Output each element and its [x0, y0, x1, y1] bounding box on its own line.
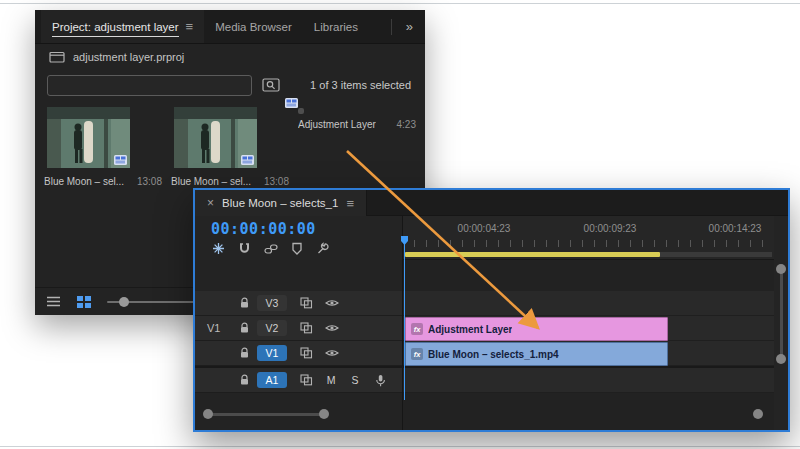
track-header-v3: V3 [195, 291, 402, 316]
horizontal-zoom-scrollbar[interactable] [203, 409, 763, 420]
scrollbar-handle[interactable] [203, 409, 213, 419]
page-rule-bottom [0, 446, 800, 447]
tab-media-browser-label: Media Browser [215, 21, 292, 33]
sync-lock-icon[interactable] [300, 297, 313, 309]
horizontal-scrollbar-thumb[interactable] [207, 413, 325, 416]
search-input[interactable] [47, 75, 252, 96]
timeline-settings-wrench-icon[interactable] [316, 242, 329, 255]
panel-menu-icon[interactable]: ≡ [346, 196, 354, 211]
tab-sequence[interactable]: × Blue Moon – selects_1 ≡ [195, 190, 367, 216]
list-item: Blue Moon – sel... 13:08 [44, 104, 165, 187]
clip-duration: 13:08 [264, 176, 289, 187]
tab-bar-divider [391, 19, 392, 35]
icon-view-icon[interactable] [77, 296, 91, 308]
lock-icon[interactable] [239, 347, 250, 359]
track-content-v3[interactable] [403, 291, 774, 316]
search-bin-icon[interactable] [262, 78, 280, 92]
adjustment-layer-clip[interactable]: fx Adjustment Layer [405, 317, 668, 341]
tab-media-browser[interactable]: Media Browser [204, 10, 303, 43]
ruler-label: 00:00:09:23 [584, 223, 637, 234]
clip-name: Blue Moon – sel... [44, 176, 124, 187]
clip-name: Adjustment Layer [298, 119, 376, 130]
lock-icon[interactable] [239, 322, 250, 334]
playhead-line[interactable] [404, 244, 405, 400]
clip-duration: 13:08 [137, 176, 162, 187]
bin-icon [49, 51, 65, 63]
track-header-v2: V1 V2 [195, 316, 402, 341]
source-patch-v1[interactable]: V1 [195, 322, 233, 334]
nest-sequences-icon[interactable] [212, 242, 225, 255]
clip-name: Blue Moon – sel... [171, 176, 251, 187]
list-view-icon[interactable] [46, 296, 61, 307]
video-clip[interactable]: fx Blue Moon – selects_1.mp4 [405, 342, 668, 366]
sequence-tab-label: Blue Moon – selects_1 [222, 197, 338, 209]
thumbnail-zoom-slider [107, 297, 195, 307]
clip-duration: 4:23 [397, 119, 416, 130]
clip-label: Blue Moon – selects_1.mp4 [428, 349, 559, 360]
lock-icon[interactable] [239, 374, 250, 386]
timeline-tab-bar: × Blue Moon – selects_1 ≡ [195, 190, 788, 216]
project-item-grid: Blue Moon – sel... 13:08 [35, 100, 425, 187]
timeline-panel: × Blue Moon – selects_1 ≡ 00:00:00:00 [193, 188, 790, 432]
list-item-selected: Adjustment Layer 4:23 [298, 104, 419, 187]
scrollbar-handle[interactable] [776, 354, 786, 364]
scrollbar-handle[interactable] [319, 409, 329, 419]
clip-thumbnail[interactable] [174, 107, 257, 168]
track-output-eye-icon[interactable] [325, 323, 339, 333]
vertical-scrollbar-thumb[interactable] [780, 268, 783, 360]
tab-project-label: Project: adjustment layer [52, 21, 179, 37]
project-search-row: 1 of 3 items selected [35, 70, 425, 100]
mute-button[interactable]: M [319, 374, 343, 386]
track-output-eye-icon[interactable] [325, 298, 339, 308]
timeline-ruler[interactable]: 00:00:04:23 00:00:09:23 00:00:14:23 [402, 216, 774, 260]
page-rule-top [0, 3, 800, 4]
voiceover-mic-icon[interactable] [375, 374, 386, 387]
playhead-timecode[interactable]: 00:00:00:00 [211, 220, 316, 238]
fx-badge-icon: fx [411, 323, 423, 335]
clip-thumbnail[interactable] [47, 107, 130, 168]
track-content-a1[interactable] [403, 368, 774, 393]
panel-overflow-chevron-icon[interactable]: » [400, 19, 419, 34]
track-target-button[interactable]: V3 [257, 295, 287, 311]
snap-magnet-icon[interactable] [238, 242, 251, 255]
track-target-button-targeted[interactable]: A1 [257, 372, 287, 388]
add-marker-icon[interactable] [291, 242, 303, 255]
project-tab-bar: Project: adjustment layer ≡ Media Browse… [35, 10, 425, 44]
breadcrumb-label: adjustment layer.prproj [73, 51, 184, 63]
sync-lock-icon[interactable] [300, 322, 313, 334]
solo-button[interactable]: S [343, 374, 367, 386]
vertical-scrollbar[interactable] [776, 264, 786, 364]
track-header-v1: V1 [195, 341, 402, 366]
track-target-button-targeted[interactable]: V1 [257, 345, 287, 361]
track-header-a1: A1 M S [195, 368, 402, 393]
selection-status: 1 of 3 items selected [310, 79, 413, 91]
scrollbar-handle[interactable] [776, 264, 786, 274]
zoom-slider-handle[interactable] [119, 297, 129, 307]
fx-badge-icon: fx [411, 348, 423, 360]
track-target-button[interactable]: V2 [257, 320, 287, 336]
breadcrumb[interactable]: adjustment layer.prproj [35, 44, 425, 70]
tab-libraries[interactable]: Libraries [303, 10, 369, 43]
lock-icon[interactable] [239, 297, 250, 309]
tab-project[interactable]: Project: adjustment layer ≡ [41, 10, 204, 43]
work-area-bar-rest [660, 252, 772, 257]
linked-selection-icon[interactable] [264, 243, 278, 255]
track-output-eye-icon[interactable] [325, 348, 339, 358]
ruler-label: 00:00:14:23 [709, 223, 762, 234]
timeline-toolbar [212, 242, 329, 255]
clip-badge-icon [241, 155, 254, 165]
sync-lock-icon[interactable] [300, 347, 313, 359]
clip-label: Adjustment Layer [428, 324, 512, 335]
ruler-label: 00:00:04:23 [458, 223, 511, 234]
tab-libraries-label: Libraries [314, 21, 358, 33]
close-icon[interactable]: × [207, 196, 214, 210]
panel-menu-icon[interactable]: ≡ [186, 19, 194, 34]
clip-badge-icon [114, 155, 127, 165]
sync-lock-icon[interactable] [300, 374, 313, 386]
work-area-bar[interactable] [405, 252, 660, 257]
list-item: Blue Moon – sel... 13:08 [171, 104, 292, 187]
ruler-ticks [402, 240, 774, 247]
scrollbar-handle[interactable] [753, 409, 763, 419]
